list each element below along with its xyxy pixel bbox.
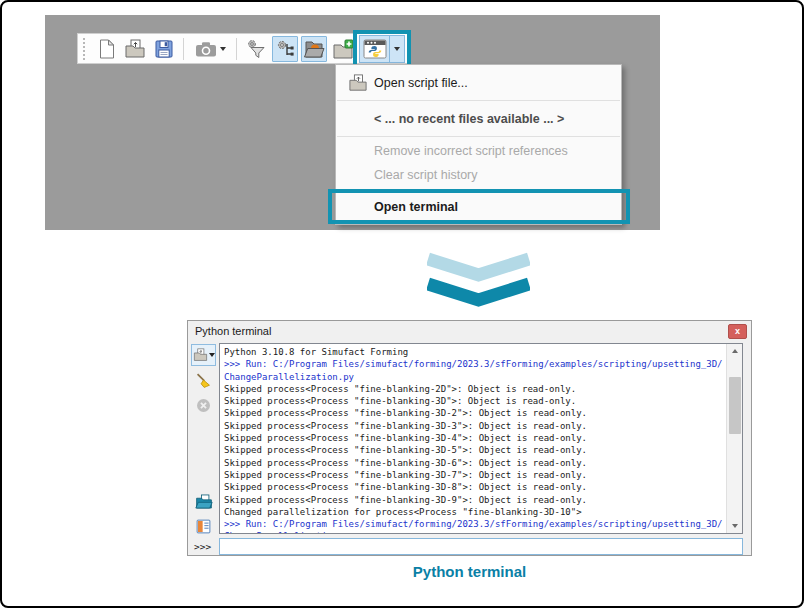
help-button[interactable] xyxy=(191,515,216,537)
save-button[interactable] xyxy=(151,36,177,62)
terminal-line: Skipped process<Process "fine-blanking-3… xyxy=(224,494,726,506)
menu-item-label: < ... no recent files available ... > xyxy=(346,112,564,126)
filter-settings-button[interactable] xyxy=(243,36,269,62)
terminal-line: Skipped process<Process "fine-blanking-2… xyxy=(224,383,726,395)
close-icon: x xyxy=(735,327,740,336)
terminal-line: Skipped process<Process "fine-blanking-3… xyxy=(224,469,726,481)
open-project-icon xyxy=(303,39,325,59)
python-script-icon xyxy=(363,39,387,59)
terminal-line: Changed parallelization for process<Proc… xyxy=(224,506,726,518)
terminal-input[interactable] xyxy=(219,538,743,555)
terminal-title: Python terminal xyxy=(188,321,751,341)
menu-item-label: Clear script history xyxy=(346,168,478,182)
process-tree-settings-icon xyxy=(275,39,295,59)
terminal-line: Skipped process<Process "fine-blanking-3… xyxy=(224,457,726,469)
open-file-icon xyxy=(124,39,146,59)
run-script-button[interactable] xyxy=(191,344,216,366)
python-dropdown-caret-icon xyxy=(394,47,400,51)
python-script-dropdown-button[interactable] xyxy=(389,36,404,62)
toolbar-grip-handle[interactable] xyxy=(83,38,88,60)
terminal-toolbar xyxy=(191,344,218,537)
filter-settings-icon xyxy=(246,39,266,59)
terminal-line: Skipped process<Process "fine-blanking-3… xyxy=(224,444,726,456)
broom-icon xyxy=(195,372,212,389)
python-script-button[interactable] xyxy=(360,36,389,62)
application-panel: Open script file... < ... no recent file… xyxy=(45,15,660,230)
main-toolbar xyxy=(77,33,411,64)
scroll-up-icon xyxy=(732,349,738,353)
close-button[interactable]: x xyxy=(728,324,747,339)
terminal-line: Skipped process<Process "fine-blanking-3… xyxy=(224,432,726,444)
new-file-icon xyxy=(97,39,116,59)
clear-terminal-button[interactable] xyxy=(191,369,216,391)
menu-separator xyxy=(337,100,620,101)
script-dropdown-menu: Open script file... < ... no recent file… xyxy=(335,64,622,225)
toolbar-separator xyxy=(183,38,184,60)
toolbar-separator xyxy=(236,38,237,60)
process-tree-settings-button[interactable] xyxy=(272,36,298,62)
new-file-button[interactable] xyxy=(93,36,119,62)
menu-item-open-script-file[interactable]: Open script file... xyxy=(336,68,621,98)
terminal-line: >>> Run: C:/Program Files/simufact/formi… xyxy=(224,518,726,530)
menu-item-label: Remove incorrect script references xyxy=(346,144,568,158)
camera-dropdown-caret-icon[interactable] xyxy=(220,47,226,51)
scroll-down-button[interactable] xyxy=(727,519,743,533)
terminal-line: ChangeParallelization.py xyxy=(224,371,726,383)
screenshot-button[interactable] xyxy=(190,36,230,62)
chevron-down-icon xyxy=(427,251,530,307)
prompt-label: >>> xyxy=(194,541,211,552)
menu-item-clear-script-history: Clear script history xyxy=(336,163,621,187)
menu-separator xyxy=(337,136,620,137)
run-script-caret-icon xyxy=(209,353,215,357)
vertical-scrollbar[interactable] xyxy=(726,344,742,533)
terminal-prompt-row: >>> xyxy=(188,538,751,557)
terminal-line: ChangeParallelization.py xyxy=(224,530,726,533)
python-terminal-window: Python terminal x xyxy=(187,320,752,556)
menu-item-open-terminal[interactable]: Open terminal xyxy=(336,192,621,221)
menu-separator xyxy=(337,189,620,190)
save-icon xyxy=(154,39,174,59)
export-log-button[interactable] xyxy=(191,490,216,512)
help-book-icon xyxy=(195,518,212,535)
stop-circle-x-icon xyxy=(195,397,212,414)
stop-button xyxy=(191,394,216,416)
terminal-line: Skipped process<Process "fine-blanking-3… xyxy=(224,395,726,407)
scroll-down-icon xyxy=(732,524,738,528)
menu-item-label: Open script file... xyxy=(374,76,468,90)
terminal-line: >>> Run: C:/Program Files/simufact/formi… xyxy=(224,358,726,370)
new-project-button[interactable] xyxy=(330,36,356,62)
new-project-icon xyxy=(332,39,354,59)
screenshot-canvas: Open script file... < ... no recent file… xyxy=(0,0,804,608)
terminal-body: Python 3.10.8 for Simufact Forming>>> Ru… xyxy=(188,342,751,555)
terminal-output-area: Python 3.10.8 for Simufact Forming>>> Ru… xyxy=(219,343,743,534)
terminal-line: Skipped process<Process "fine-blanking-3… xyxy=(224,481,726,493)
open-project-button[interactable] xyxy=(301,36,327,62)
terminal-line: Skipped process<Process "fine-blanking-3… xyxy=(224,407,726,419)
terminal-line: Python 3.10.8 for Simufact Forming xyxy=(224,346,726,358)
figure-caption: Python terminal xyxy=(187,563,752,580)
scroll-up-button[interactable] xyxy=(727,344,743,358)
menu-item-no-recent-files: < ... no recent files available ... > xyxy=(336,103,621,134)
open-file-button[interactable] xyxy=(122,36,148,62)
scrollbar-thumb[interactable] xyxy=(729,377,741,434)
export-log-icon xyxy=(195,493,213,510)
camera-icon xyxy=(195,41,217,57)
menu-item-remove-incorrect-references: Remove incorrect script references xyxy=(336,139,621,163)
terminal-output[interactable]: Python 3.10.8 for Simufact Forming>>> Ru… xyxy=(220,344,726,533)
open-script-icon xyxy=(193,348,208,362)
python-script-split-button[interactable] xyxy=(359,35,405,63)
menu-item-label: Open terminal xyxy=(346,200,458,214)
open-script-file-icon xyxy=(346,74,370,92)
terminal-line: Skipped process<Process "fine-blanking-3… xyxy=(224,420,726,432)
